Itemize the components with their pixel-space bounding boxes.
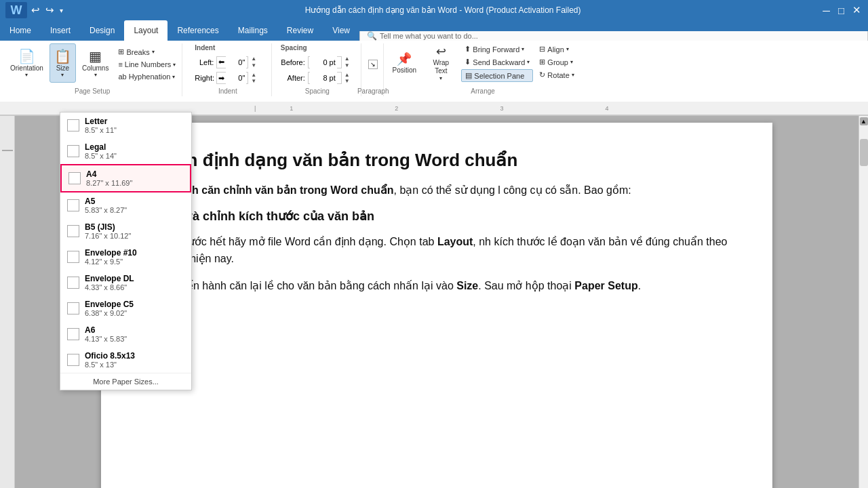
tab-home[interactable]: Home (0, 20, 41, 41)
paper-size-b5jis[interactable]: B5 (JIS) 7.16" x 10.12" (60, 218, 191, 244)
rotate-button[interactable]: ↻ Rotate ▾ (536, 69, 577, 81)
scroll-thumb[interactable] (860, 139, 868, 166)
indent-right-icon: ➡ (218, 74, 224, 83)
word-logo: W (5, 2, 27, 18)
search-icon: 🔍 (367, 31, 377, 41)
align-arrow: ▾ (566, 46, 569, 52)
paper-size-envdl-checkbox (67, 277, 79, 289)
tab-insert[interactable]: Insert (41, 20, 80, 41)
paper-size-letter-info: Letter 8.5" x 11" (85, 117, 117, 134)
more-paper-sizes-button[interactable]: More Paper Sizes... (60, 373, 191, 390)
paper-size-b5jis-name: B5 (JIS) (85, 222, 131, 232)
page-setup-group: 📄 Orientation ▾ 📋 Size ▾ ▦ Columns ▾ ⊞ (3, 43, 182, 96)
paper-size-oficio[interactable]: Oficio 8.5x13 8.5" x 13" (60, 347, 191, 373)
indent-label: Indent (195, 44, 215, 52)
spacing-after-spinner[interactable]: ▲▼ (344, 72, 354, 85)
page-setup-group-label: Page Setup (75, 87, 110, 95)
close-button[interactable]: ✕ (851, 4, 863, 16)
undo-button[interactable]: ↩ (30, 4, 41, 16)
position-button[interactable]: 📌 Position (388, 43, 420, 81)
paper-size-a5-dim: 5.83" x 8.27" (85, 206, 127, 214)
tell-me-bar[interactable]: 🔍 Tell me what you want to do... (359, 31, 868, 41)
doc-heading: II. Cách định dạng văn bản trong Word ch… (135, 150, 738, 171)
redo-button[interactable]: ↪ (44, 4, 56, 16)
group-button[interactable]: ⊞ Group ▾ (536, 56, 577, 68)
doc-para1-bold: cách căn chỉnh văn bản trong Word chuẩn (174, 184, 393, 196)
orientation-label: Orientation (10, 64, 43, 72)
doc-para3-bold-size: Size (456, 280, 478, 291)
selection-pane-icon: ▤ (465, 71, 472, 80)
line-numbers-button[interactable]: ≡ Line Numbers ▾ (115, 59, 179, 70)
indent-left-spinner[interactable]: ▲▼ (251, 56, 260, 68)
send-backward-label: Send Backward (473, 58, 525, 66)
margin-mark (2, 150, 13, 151)
wrap-text-button[interactable]: ↩ Wrap Text ▾ (423, 43, 458, 81)
scroll-up-button[interactable]: ▲ (860, 117, 868, 125)
tab-references[interactable]: References (167, 20, 228, 41)
indent-fields: Indent Left: ⬅ ▲▼ Right: ➡ ▲▼ (195, 43, 260, 85)
paper-size-a5[interactable]: A5 5.83" x 8.27" (60, 192, 191, 218)
align-button[interactable]: ⊟ Align ▾ (536, 43, 577, 55)
size-button[interactable]: 📋 Size ▾ (50, 43, 76, 83)
paper-size-letter[interactable]: Letter 8.5" x 11" (60, 113, 191, 138)
maximize-button[interactable]: □ (837, 4, 846, 16)
hyphenation-button[interactable]: ab Hyphenation ▾ (115, 71, 179, 82)
position-label: Position (393, 66, 417, 74)
page-setup-buttons: 📄 Orientation ▾ 📋 Size ▾ ▦ Columns ▾ ⊞ (5, 43, 179, 85)
group-label-btn: Group (547, 58, 568, 66)
doc-para2-text: Trước hết hãy mở file Word cần định dạng… (175, 236, 437, 247)
send-backward-button[interactable]: ⬇ Send Backward ▾ (461, 56, 533, 68)
tab-layout[interactable]: Layout (124, 20, 167, 41)
tab-design[interactable]: Design (80, 20, 124, 41)
bring-forward-label: Bring Forward (473, 45, 519, 54)
paper-size-env10[interactable]: Envelope #10 4.12" x 9.5" (60, 244, 191, 270)
ribbon-tabs: Home Insert Design Layout References Mai… (0, 20, 868, 41)
bring-forward-button[interactable]: ⬆ Bring Forward ▾ (461, 43, 533, 55)
selection-pane-label: Selection Pane (474, 72, 524, 80)
paper-size-envc5[interactable]: Envelope C5 6.38" x 9.02" (60, 296, 191, 321)
paper-size-oficio-name: Oficio 8.5x13 (85, 351, 135, 361)
paragraph-dialog-launcher[interactable]: ↘ (368, 60, 378, 69)
columns-button[interactable]: ▦ Columns ▾ (77, 43, 113, 83)
position-icon: 📌 (397, 52, 412, 66)
breaks-label: Breaks (126, 48, 149, 56)
indent-left-icon: ⬅ (218, 58, 224, 66)
spacing-after-input[interactable] (310, 72, 337, 84)
spacing-before-input[interactable] (310, 56, 337, 68)
arrange-group-label: Arrange (471, 87, 495, 95)
indent-group-label: Indent (218, 87, 237, 95)
quick-access-toolbar[interactable]: W ↩ ↪ ▾ (5, 2, 64, 18)
paragraph-label: Paragraph (357, 87, 389, 95)
paper-size-a4-name: A4 (86, 169, 132, 179)
vertical-scrollbar[interactable]: ▲ ▼ (859, 116, 868, 488)
tab-view[interactable]: View (323, 20, 359, 41)
paper-size-a4[interactable]: A4 8.27" x 11.69" (60, 164, 191, 192)
paper-size-legal-checkbox (67, 145, 79, 157)
paper-size-envdl[interactable]: Envelope DL 4.33" x 8.66" (60, 270, 191, 296)
scroll-track (860, 125, 868, 488)
doc-para3-bold-setup: Paper Setup (574, 280, 637, 291)
paper-size-a6[interactable]: A6 4.13" x 5.83" (60, 321, 191, 347)
customize-qat-button[interactable]: ▾ (58, 7, 64, 14)
orientation-button[interactable]: 📄 Orientation ▾ (5, 43, 48, 83)
indent-right-spinner[interactable]: ▲▼ (251, 72, 260, 85)
indent-left-input[interactable] (226, 56, 246, 68)
spacing-group-label: Spacing (305, 87, 330, 95)
breaks-button[interactable]: ⊞ Breaks ▾ (115, 46, 179, 58)
indent-right-input[interactable] (226, 72, 246, 84)
wrap-arrow: ▾ (439, 75, 442, 81)
paper-size-env10-name: Envelope #10 (85, 248, 137, 258)
orientation-arrow: ▾ (25, 72, 28, 78)
bring-forward-arrow: ▾ (521, 46, 524, 52)
paper-size-envdl-dim: 4.33" x 8.66" (85, 283, 134, 291)
spacing-after-label: After: (281, 74, 305, 82)
paper-size-a4-checkbox (68, 172, 81, 184)
doc-para3: Bước 2: Tiến hành căn lại lề cho văn bản… (135, 277, 738, 295)
selection-pane-button[interactable]: ▤ Selection Pane (461, 69, 533, 82)
tab-review[interactable]: Review (277, 20, 323, 41)
minimize-button[interactable]: ─ (821, 4, 831, 16)
paragraph-group: ↘ Paragraph (363, 43, 384, 96)
tab-mailings[interactable]: Mailings (229, 20, 277, 41)
spacing-before-spinner[interactable]: ▲▼ (344, 56, 354, 68)
paper-size-legal[interactable]: Legal 8.5" x 14" (60, 138, 191, 164)
